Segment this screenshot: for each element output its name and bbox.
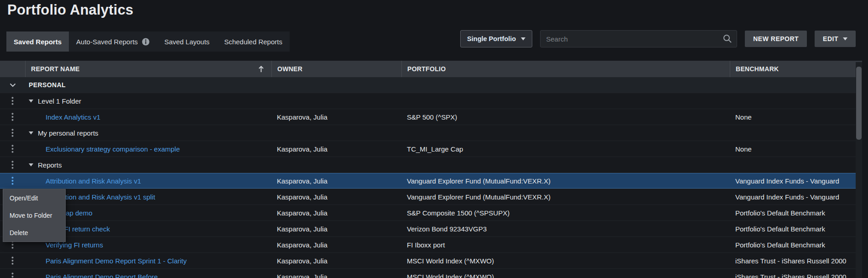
column-header-label: BENCHMARK — [736, 65, 779, 73]
report-row[interactable]: Paris Alignment Demo Report Sprint 1 - C… — [0, 253, 862, 269]
owner-cell: Kasparova, Julia — [271, 145, 401, 153]
kebab-menu-icon[interactable] — [9, 256, 16, 266]
folder-row[interactable]: My personal reports — [0, 125, 862, 141]
tab-saved-layouts[interactable]: Saved Layouts — [157, 31, 217, 52]
folder-row[interactable]: Reports — [0, 157, 862, 173]
kebab-menu-icon[interactable] — [9, 96, 16, 106]
menu-item-move-to-folder[interactable]: Move to Folder — [3, 207, 65, 224]
portfolio-cell: TC_MI_Large Cap — [401, 145, 730, 153]
report-name-cell: Attribution and Risk Analysis v1 — [25, 177, 271, 185]
folder-row[interactable]: Level 1 Folder — [0, 93, 862, 109]
tab-auto-saved-reports[interactable]: Auto-Saved Reports — [69, 31, 157, 52]
row-actions-cell — [0, 112, 25, 122]
column-header-portfolio[interactable]: PORTFOLIO — [401, 61, 730, 77]
report-name-link[interactable]: Exclusionary strategy comparison - examp… — [46, 145, 180, 153]
benchmark-cell: iShares Trust - iShares Russell 2000 — [730, 273, 862, 278]
report-table-body: Level 1 Folder Index Analytics v1 Kaspar… — [0, 93, 862, 278]
info-icon[interactable] — [142, 38, 150, 46]
folder-expand-icon[interactable] — [29, 163, 33, 167]
group-label: PERSONAL — [29, 81, 66, 89]
folder-name[interactable]: Level 1 Folder — [38, 97, 81, 105]
owner-cell: Kasparova, Julia — [271, 273, 401, 278]
row-actions-cell — [0, 128, 25, 138]
sort-ascending-icon[interactable] — [258, 66, 266, 73]
report-row[interactable]: Index Analytics v1 Kasparova, Julia S&P … — [0, 109, 862, 125]
tab-bar: Saved Reports Auto-Saved Reports Saved L… — [6, 31, 290, 52]
report-name-cell: Index Analytics v1 — [25, 113, 271, 121]
report-row[interactable]: Exclusionary strategy comparison - examp… — [0, 141, 862, 157]
owner-cell: Kasparova, Julia — [271, 257, 401, 265]
column-header-label: PORTFOLIO — [407, 65, 446, 73]
chevron-down-icon — [843, 37, 847, 41]
group-row-personal[interactable]: PERSONAL — [0, 77, 862, 93]
column-header-report-name[interactable]: REPORT NAME — [25, 61, 271, 77]
chevron-down-icon[interactable] — [10, 83, 16, 87]
new-report-button[interactable]: NEW REPORT — [745, 31, 807, 47]
tab-saved-reports[interactable]: Saved Reports — [6, 31, 69, 52]
folder-name[interactable]: Reports — [38, 161, 62, 169]
search-icon[interactable] — [723, 34, 732, 45]
tab-label: Auto-Saved Reports — [76, 38, 138, 46]
tab-scheduled-reports[interactable]: Scheduled Reports — [217, 31, 290, 52]
benchmark-cell: Portfolio's Default Benchmark — [730, 241, 862, 249]
report-name-cell: Exclusionary strategy comparison - examp… — [25, 145, 271, 153]
report-row[interactable]: Heatmap demo Kasparova, Julia S&P Compos… — [0, 205, 862, 221]
menu-item-open-edit[interactable]: Open/Edit — [3, 189, 65, 207]
row-actions-cell — [0, 272, 25, 278]
page-title: Portfolio Analytics — [7, 2, 134, 18]
tab-label: Saved Reports — [14, 38, 62, 46]
portfolio-analytics-app: Portfolio Analytics Saved Reports Auto-S… — [0, 0, 868, 278]
table-header-row: REPORT NAME OWNER PORTFOLIO BENCHMARK — [0, 61, 862, 77]
row-actions-cell — [0, 256, 25, 266]
portfolio-cell: S&P Composite 1500 (^SPSUPX) — [401, 209, 730, 217]
report-name-link[interactable]: Index Analytics v1 — [46, 113, 100, 121]
portfolio-scope-dropdown[interactable]: Single Portfolio — [460, 30, 532, 47]
report-row[interactable]: Verifying FI returns Kasparova, Julia FI… — [0, 237, 862, 253]
benchmark-cell: Portfolio's Default Benchmark — [730, 209, 862, 217]
folder-name[interactable]: My personal reports — [38, 129, 99, 137]
tab-label: Scheduled Reports — [224, 38, 282, 46]
benchmark-cell: iShares Trust - iShares Russell 2000 — [730, 257, 862, 265]
report-row[interactable]: Attribution and Risk Analysis v1 Kasparo… — [0, 173, 862, 189]
report-row[interactable]: Paris Alignment Demo Report Before Kaspa… — [0, 269, 862, 278]
kebab-menu-icon[interactable] — [9, 272, 16, 278]
group-label-cell: PERSONAL — [25, 81, 271, 89]
column-header-benchmark[interactable]: BENCHMARK — [730, 61, 862, 77]
report-name-link[interactable]: Paris Alignment Demo Report Before — [46, 273, 158, 278]
report-name-link[interactable]: Verifying FI returns — [46, 241, 103, 249]
actions-column-header — [0, 61, 25, 77]
portfolio-cell: Vanguard Explorer Fund (MutualFund:VEXR.… — [401, 177, 730, 185]
scrollbar-thumb[interactable] — [856, 67, 862, 140]
edit-dropdown-button[interactable]: EDIT — [815, 31, 856, 47]
kebab-menu-icon[interactable] — [9, 144, 16, 154]
folder-name-cell: Level 1 Folder — [25, 97, 271, 105]
toolbar: Single Portfolio NEW REPORT EDIT — [460, 30, 856, 47]
report-name-cell: Paris Alignment Demo Report Before — [25, 273, 271, 278]
row-context-menu: Open/Edit Move to Folder Delete — [3, 189, 66, 242]
kebab-menu-icon[interactable] — [9, 112, 16, 122]
benchmark-cell: Vanguard Index Funds - Vanguard — [730, 193, 862, 201]
report-row[interactable]: Basic FI return check Kasparova, Julia V… — [0, 221, 862, 237]
report-name-link[interactable]: Paris Alignment Demo Report Sprint 1 - C… — [46, 257, 187, 265]
column-header-label: REPORT NAME — [31, 65, 80, 73]
search-input[interactable] — [541, 35, 737, 43]
report-name-link[interactable]: Attribution and Risk Analysis v1 — [46, 177, 141, 185]
folder-expand-icon[interactable] — [29, 131, 33, 135]
folder-name-cell: My personal reports — [25, 129, 271, 137]
owner-cell: Kasparova, Julia — [271, 177, 401, 185]
kebab-menu-icon[interactable] — [9, 160, 16, 170]
report-name-cell: Paris Alignment Demo Report Sprint 1 - C… — [25, 257, 271, 265]
folder-expand-icon[interactable] — [29, 100, 33, 103]
benchmark-cell: Vanguard Index Funds - Vanguard — [730, 177, 862, 185]
vertical-scrollbar[interactable] — [856, 62, 862, 278]
kebab-menu-icon[interactable] — [9, 128, 16, 138]
column-header-owner[interactable]: OWNER — [271, 61, 401, 77]
report-row[interactable]: Attribution and Risk Analysis v1 split K… — [0, 189, 862, 205]
benchmark-cell: None — [730, 113, 862, 121]
chevron-down-icon — [521, 37, 525, 41]
report-table: REPORT NAME OWNER PORTFOLIO BENCHMARK — [0, 61, 862, 278]
portfolio-scope-label: Single Portfolio — [467, 35, 516, 42]
owner-cell: Kasparova, Julia — [271, 241, 401, 249]
kebab-menu-icon[interactable] — [9, 176, 16, 186]
menu-item-delete[interactable]: Delete — [3, 224, 65, 241]
